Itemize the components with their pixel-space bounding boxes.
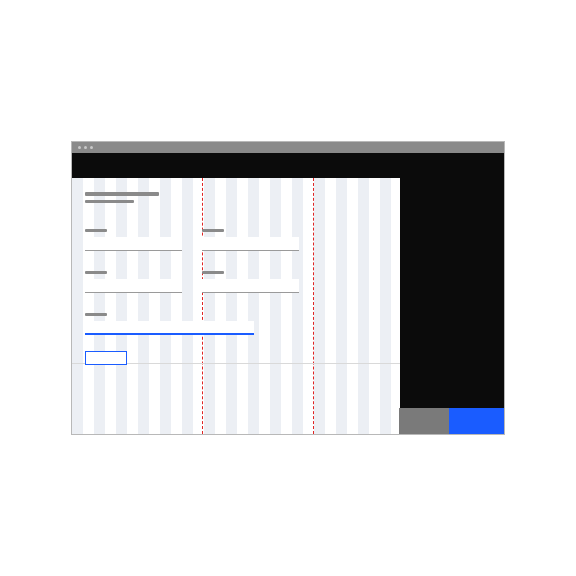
- field-2b: [202, 271, 299, 293]
- form-row-2: [85, 271, 400, 293]
- field-2b-label: [202, 271, 224, 274]
- field-1a-input[interactable]: [85, 237, 182, 251]
- window-control-minimize[interactable]: [84, 146, 87, 149]
- form-row-1: [85, 229, 400, 251]
- primary-button[interactable]: [85, 351, 127, 365]
- page-subtitle: [85, 200, 134, 203]
- field-2a-input[interactable]: [85, 279, 182, 293]
- field-1a-label: [85, 229, 107, 232]
- body: [72, 178, 504, 434]
- window-control-close[interactable]: [78, 146, 81, 149]
- field-1b-input[interactable]: [202, 237, 299, 251]
- app-window: [71, 141, 505, 435]
- form: [72, 178, 400, 434]
- side-panel: [400, 178, 504, 434]
- header-bar: [72, 153, 504, 178]
- titlebar: [72, 142, 504, 153]
- field-1b-label: [202, 229, 224, 232]
- field-1a: [85, 229, 182, 251]
- form-row-3: [85, 313, 400, 335]
- field-3-label: [85, 313, 107, 316]
- window-control-zoom[interactable]: [90, 146, 93, 149]
- field-3: [85, 313, 254, 335]
- field-3-input[interactable]: [85, 321, 254, 335]
- footer-actions: [399, 408, 504, 434]
- content-area: [72, 178, 400, 434]
- field-2b-input[interactable]: [202, 279, 299, 293]
- field-1b: [202, 229, 299, 251]
- footer-cancel-button[interactable]: [399, 408, 449, 434]
- page-title: [85, 192, 159, 196]
- field-2a-label: [85, 271, 107, 274]
- field-2a: [85, 271, 182, 293]
- footer-confirm-button[interactable]: [449, 408, 504, 434]
